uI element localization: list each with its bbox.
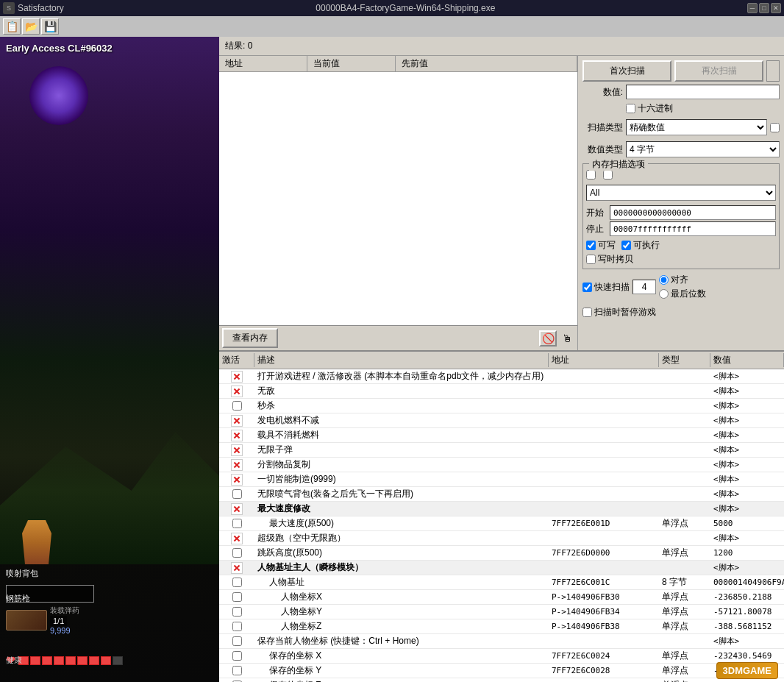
quick-scan-input[interactable] xyxy=(632,280,656,294)
addr-col-address[interactable]: 地址 xyxy=(219,56,307,71)
ct-cell-active[interactable] xyxy=(219,532,254,545)
mem-extra-cb2[interactable] xyxy=(603,170,613,180)
active-redx-icon[interactable] xyxy=(231,533,243,544)
ct-row[interactable]: 人物基址主人（瞬移模块）<脚本> xyxy=(219,561,784,575)
ct-cell-active[interactable] xyxy=(219,458,254,472)
ct-cell-active[interactable] xyxy=(219,429,254,442)
active-redx-icon[interactable] xyxy=(231,386,243,397)
active-redx-icon[interactable] xyxy=(231,459,243,471)
executable-cb[interactable] xyxy=(621,241,631,250)
delete-btn[interactable]: 🚫 xyxy=(539,330,557,347)
ct-cell-active[interactable] xyxy=(219,473,254,486)
ct-row[interactable]: 保存的坐标 Z7FF72E6C002C单浮点168.6563416 xyxy=(219,678,784,682)
ct-row[interactable]: 人物基址7FF72E6C001C8 字节000001404906F9A0 xyxy=(219,575,784,590)
active-redx-icon[interactable] xyxy=(231,474,243,486)
ct-header-desc[interactable]: 描述 xyxy=(254,353,549,367)
ct-row[interactable]: 载具不消耗燃料<脚本> xyxy=(219,428,784,443)
hex-label[interactable]: 十六进制 xyxy=(626,102,673,115)
cheat-table-body[interactable]: 打开游戏进程 / 激活修改器 (本脚本本自动重命名pdb文件，减少内存占用)<脚… xyxy=(219,369,784,682)
ct-row[interactable]: 最大速度修改<脚本> xyxy=(219,502,784,516)
ct-cell-active[interactable] xyxy=(219,370,254,383)
ct-row[interactable]: 人物坐标XP->1404906FB30单浮点-236850.2188 xyxy=(219,590,784,605)
ct-cell-active[interactable] xyxy=(219,444,254,457)
writable-cb[interactable] xyxy=(586,241,596,250)
ct-cell-active[interactable] xyxy=(219,502,254,516)
ct-cell-active[interactable] xyxy=(219,414,254,427)
active-redx-icon[interactable] xyxy=(231,444,243,456)
active-redx-icon[interactable] xyxy=(231,415,243,427)
active-checkbox[interactable] xyxy=(232,548,242,558)
value-type-dropdown[interactable]: 4 字节 xyxy=(626,141,780,157)
ct-row[interactable]: 人物坐标ZP->1404906FB38单浮点-388.5681152 xyxy=(219,619,784,634)
ct-row[interactable]: 无限子弹<脚本> xyxy=(219,443,784,458)
minimize-btn[interactable]: ─ xyxy=(747,3,758,13)
ct-cell-active[interactable] xyxy=(219,636,254,647)
ct-header-addr[interactable]: 地址 xyxy=(549,353,659,367)
ct-row[interactable]: 超级跑（空中无限跑）<脚本> xyxy=(219,531,784,546)
ct-header-type[interactable]: 类型 xyxy=(659,353,710,367)
save-btn[interactable]: 💾 xyxy=(41,18,59,35)
value-input[interactable] xyxy=(626,85,780,99)
ct-cell-active[interactable] xyxy=(219,547,254,558)
active-checkbox[interactable] xyxy=(232,578,242,587)
ct-row[interactable]: 一切皆能制造(9999)<脚本> xyxy=(219,472,784,487)
active-checkbox[interactable] xyxy=(232,592,242,602)
executable-label[interactable]: 可执行 xyxy=(621,239,660,252)
ct-row[interactable]: 分割物品复制<脚本> xyxy=(219,458,784,472)
active-redx-icon[interactable] xyxy=(231,562,243,574)
active-redx-icon[interactable] xyxy=(231,430,243,441)
ct-row[interactable]: 人物坐标YP->1404906FB34单浮点-57121.80078 xyxy=(219,605,784,619)
open-btn[interactable]: 📂 xyxy=(22,18,40,35)
address-table-body[interactable] xyxy=(219,72,577,325)
active-checkbox[interactable] xyxy=(232,651,242,661)
scan-scrollbar[interactable] xyxy=(766,60,780,82)
active-checkbox[interactable] xyxy=(232,666,242,675)
quick-scan-cb[interactable] xyxy=(582,283,592,292)
ct-cell-active[interactable] xyxy=(219,385,254,398)
active-redx-icon[interactable] xyxy=(231,371,243,383)
active-checkbox[interactable] xyxy=(232,519,242,528)
active-redx-icon[interactable] xyxy=(231,503,243,515)
pause-label[interactable]: 扫描时暂停游戏 xyxy=(582,306,780,319)
active-checkbox[interactable] xyxy=(232,401,242,411)
first-scan-btn[interactable]: 首次扫描 xyxy=(582,60,671,82)
ct-cell-active[interactable] xyxy=(219,592,254,603)
ct-row[interactable]: 保存当前人物坐标 (快捷键：Ctrl + Home)<脚本> xyxy=(219,634,784,649)
close-btn[interactable]: ✕ xyxy=(771,3,781,13)
ct-cell-active[interactable] xyxy=(219,518,254,529)
ct-row[interactable]: 无限喷气背包(装备之后先飞一下再启用)<脚本> xyxy=(219,487,784,502)
ct-row[interactable]: 秒杀<脚本> xyxy=(219,399,784,413)
ct-cell-active[interactable] xyxy=(219,400,254,411)
start-input[interactable] xyxy=(610,205,776,220)
addr-col-previous[interactable]: 先前值 xyxy=(396,56,577,71)
active-checkbox[interactable] xyxy=(232,622,242,631)
mem-extra-cb1[interactable] xyxy=(586,170,596,180)
ct-cell-active[interactable] xyxy=(219,650,254,661)
ct-row[interactable]: 最大速度(原500)7FF72E6E001D单浮点5000 xyxy=(219,516,784,531)
cow-label[interactable]: 写时拷贝 xyxy=(586,253,633,266)
active-checkbox[interactable] xyxy=(232,489,242,499)
ct-cell-active[interactable] xyxy=(219,489,254,500)
active-checkbox[interactable] xyxy=(232,607,242,617)
ct-row[interactable]: 打开游戏进程 / 激活修改器 (本脚本本自动重命名pdb文件，减少内存占用)<脚… xyxy=(219,369,784,384)
ct-row[interactable]: 无敌<脚本> xyxy=(219,384,784,399)
ct-header-active[interactable]: 激活 xyxy=(219,353,254,367)
ct-cell-active[interactable] xyxy=(219,621,254,632)
align-radio[interactable] xyxy=(659,275,669,285)
memory-all-dropdown[interactable]: All xyxy=(586,185,776,201)
last-digits-label[interactable]: 最后位数 xyxy=(659,288,706,300)
ct-row[interactable]: 保存的坐标 X7FF72E6C0024单浮点-232430.5469 xyxy=(219,649,784,664)
maximize-btn[interactable]: □ xyxy=(759,3,769,13)
scan-type-dropdown[interactable]: 精确数值 xyxy=(626,119,767,135)
ct-row[interactable]: 跳跃高度(原500)7FF72E6D0000单浮点1200 xyxy=(219,546,784,561)
pause-cb[interactable] xyxy=(582,308,592,317)
align-label[interactable]: 对齐 xyxy=(659,274,706,286)
hex-checkbox[interactable] xyxy=(626,104,635,113)
ct-cell-active[interactable] xyxy=(219,561,254,575)
ct-row[interactable]: 保存的坐标 Y7FF72E6C0028单浮点-51251.96875 xyxy=(219,664,784,678)
pointer-btn[interactable]: 🖱 xyxy=(560,331,574,346)
stop-input[interactable] xyxy=(610,221,776,236)
cow-cb[interactable] xyxy=(586,255,596,264)
writable-label[interactable]: 可写 xyxy=(586,239,616,252)
ct-cell-active[interactable] xyxy=(219,606,254,617)
